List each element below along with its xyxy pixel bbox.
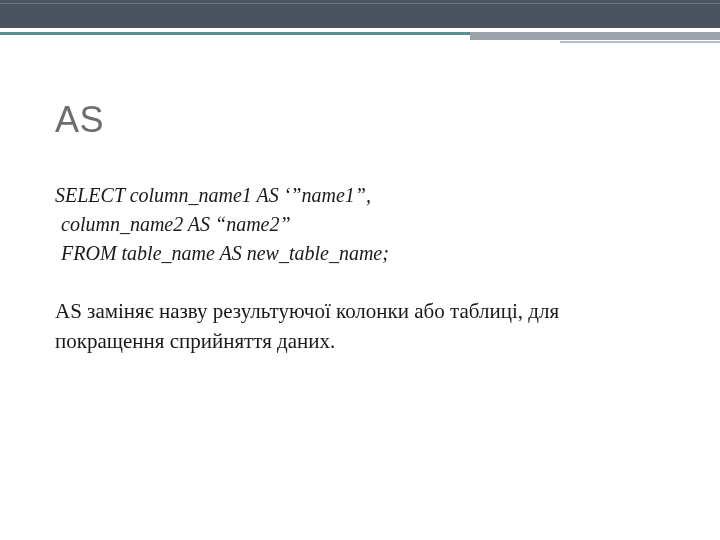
- slide-description: AS заміняє назву результуючої колонки аб…: [55, 296, 665, 357]
- code-line-2: column_name2 AS “name2”: [55, 210, 665, 239]
- slide-accent-lines: [0, 28, 720, 44]
- code-line-3: FROM table_name AS new_table_name;: [55, 239, 665, 268]
- slide-title: AS: [55, 99, 665, 141]
- code-line-1: SELECT column_name1 AS ‘”name1”,: [55, 181, 665, 210]
- sql-code-block: SELECT column_name1 AS ‘”name1”, column_…: [55, 181, 665, 268]
- slide-header-bar: [0, 0, 720, 28]
- slide-content: AS SELECT column_name1 AS ‘”name1”, colu…: [0, 44, 720, 357]
